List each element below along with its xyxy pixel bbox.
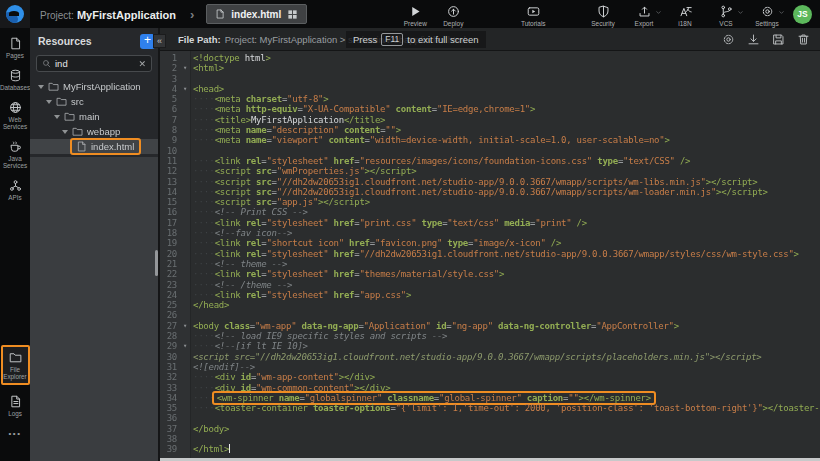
sidebar-item-web-services[interactable]: Web Services <box>1 101 30 130</box>
caret-down-icon[interactable] <box>54 115 60 119</box>
file-path-label: File Path: <box>178 34 221 45</box>
fold-marker-icon[interactable]: ▾ <box>180 84 190 94</box>
sidebar-item-logs[interactable]: Logs <box>1 395 30 417</box>
export-label: Export <box>635 20 654 27</box>
code-line[interactable]: 35····<toaster-container toaster-options… <box>160 403 820 413</box>
i18n-button[interactable]: i18N <box>669 2 701 27</box>
code-line[interactable]: 26 <box>160 310 820 320</box>
line-number: 34 <box>160 393 180 403</box>
export-button[interactable]: Export <box>628 2 660 27</box>
save-file-button[interactable] <box>772 33 785 46</box>
user-avatar[interactable]: JS <box>793 5 812 24</box>
code-line[interactable]: 13····<script src="//dh2dw20653ig1.cloud… <box>160 177 820 187</box>
play-icon <box>409 5 422 18</box>
sidebar-item-pages[interactable]: Pages <box>1 37 30 59</box>
tree-item-main[interactable]: main <box>30 109 158 124</box>
line-number: 25 <box>160 300 180 310</box>
chevron-down-icon[interactable] <box>737 9 744 16</box>
code-line[interactable]: 7····<title>MyFirstApplication</title> <box>160 115 820 125</box>
vcs-button[interactable]: VCS <box>710 2 742 27</box>
sidebar-item-java-services[interactable]: Java Services <box>1 140 30 169</box>
code-line[interactable]: 6····<meta http-equiv="X-UA-Compatible" … <box>160 104 820 114</box>
code-line[interactable]: 38 <box>160 434 820 444</box>
sidebar-item-apis[interactable]: APIs <box>1 179 30 201</box>
code-line[interactable]: 17····<link rel="stylesheet" href="print… <box>160 218 820 228</box>
code-line[interactable]: 37</body> <box>160 424 820 434</box>
code-line[interactable]: 22····<link rel="stylesheet" href="theme… <box>160 269 820 279</box>
code-line[interactable]: 16····<!-- Print CSS --> <box>160 207 820 217</box>
fold-marker-icon[interactable]: ▾ <box>180 63 190 73</box>
tree-item-webapp[interactable]: webapp <box>30 124 158 139</box>
code-line[interactable]: 20····<link rel="stylesheet" href="//dh2… <box>160 249 820 259</box>
tutorials-button[interactable]: Tutorials <box>517 2 549 27</box>
code-line[interactable]: 25</head> <box>160 300 820 310</box>
wavemaker-logo[interactable] <box>0 0 30 28</box>
code-line[interactable]: 23····<!-- /theme --> <box>160 280 820 290</box>
code-line[interactable]: 21····<!-- theme --> <box>160 259 820 269</box>
caret-down-icon[interactable] <box>46 100 52 104</box>
code-line-highlighted[interactable]: 34····<wm-spinner name="globalspinner" c… <box>160 393 820 403</box>
code-line[interactable]: 39</html> <box>160 444 820 454</box>
code-line[interactable]: 5····<meta charset="utf-8"> <box>160 94 820 104</box>
fold-marker-icon[interactable]: ▾ <box>180 341 190 351</box>
collapse-panel-button[interactable]: « <box>153 34 166 48</box>
code-line[interactable]: 3 <box>160 74 820 84</box>
gear-icon <box>761 5 774 18</box>
download-file-button[interactable] <box>747 33 760 46</box>
tab-index-html[interactable]: index.html <box>206 4 307 24</box>
chevron-down-icon[interactable] <box>778 9 785 16</box>
deploy-button[interactable]: Deploy <box>437 2 469 27</box>
sidebar-item-file-explorer[interactable]: File Explorer <box>1 345 30 385</box>
code-lines[interactable]: 1<!doctype html>2▾<html>34▾<head>5····<m… <box>160 51 820 458</box>
line-number: 39 <box>160 444 180 454</box>
code-line[interactable]: 4▾<head> <box>160 84 820 94</box>
fold-marker-icon[interactable]: ▾ <box>180 321 190 331</box>
left-sidebar: PagesDatabasesWeb ServicesJava ServicesA… <box>0 28 30 461</box>
delete-file-button[interactable] <box>797 33 810 46</box>
code-line[interactable]: 27▾<body class="wm-app" data-ng-app="App… <box>160 321 820 331</box>
editor-toolbar <box>712 33 810 46</box>
clear-search-icon[interactable]: ✕ <box>138 59 146 69</box>
editor-settings-button[interactable] <box>722 33 735 46</box>
code-line[interactable]: 19····<link rel="shortcut icon" href="fa… <box>160 238 820 248</box>
security-button[interactable]: Security <box>587 2 619 27</box>
code-line[interactable]: 8····<meta name="description" content=""… <box>160 125 820 135</box>
code-line[interactable]: 28····<!-- load IE9 specific styles and … <box>160 331 820 341</box>
code-line[interactable]: 32····<div id="wm-app-content"></div> <box>160 372 820 382</box>
code-line[interactable]: 15····<script src="app.js"></script> <box>160 197 820 207</box>
grid-icon[interactable] <box>287 9 298 20</box>
folder-icon <box>72 126 83 137</box>
settings-button[interactable]: Settings <box>751 2 783 27</box>
code-line[interactable]: 9····<meta name="viewport" content="widt… <box>160 135 820 145</box>
line-number: 9 <box>160 135 180 145</box>
sidebar-item-databases[interactable]: Databases <box>1 69 30 91</box>
code-line[interactable]: 24····<link rel="stylesheet" href="app.c… <box>160 290 820 300</box>
code-line[interactable]: 2▾<html> <box>160 63 820 73</box>
code-line[interactable]: 18····<!--fav icon--> <box>160 228 820 238</box>
code-line[interactable]: 36 <box>160 413 820 423</box>
resources-scrollbar[interactable] <box>155 250 158 276</box>
sidebar-more-button[interactable]: ••• <box>9 429 22 438</box>
code-text: <html> <box>190 63 224 73</box>
code-line[interactable]: 29▾····<!--[if lt IE 10]> <box>160 341 820 351</box>
caret-down-icon[interactable] <box>62 130 68 134</box>
folder-icon <box>64 111 75 122</box>
tab-file-name: index.html <box>231 9 281 20</box>
tree-item-index-html[interactable]: index.html <box>30 139 158 154</box>
chevron-down-icon[interactable] <box>655 9 662 16</box>
code-line[interactable]: 14····<script src="//dh2dw20653ig1.cloud… <box>160 187 820 197</box>
code-line[interactable]: 1<!doctype html> <box>160 53 820 63</box>
topbar-actions-right: SecurityExporti18NVCSSettings <box>587 2 783 27</box>
search-input[interactable] <box>55 58 134 69</box>
code-text: ····<wm-spinner name="globalspinner" cla… <box>190 393 656 403</box>
tree-item-src[interactable]: src <box>30 94 158 109</box>
code-line[interactable]: 10 <box>160 146 820 156</box>
top-bar: Project:MyFirstApplication › index.html … <box>0 0 820 28</box>
code-line[interactable]: 31<![endif]--> <box>160 362 820 372</box>
caret-down-icon[interactable] <box>38 85 44 89</box>
preview-button[interactable]: Preview <box>399 2 431 27</box>
tree-item-myfirstapplication[interactable]: MyFirstApplication <box>30 79 158 94</box>
code-line[interactable]: 30<script src="//dh2dw20653ig1.cloudfron… <box>160 352 820 362</box>
code-line[interactable]: 11····<link rel="stylesheet" href="resou… <box>160 156 820 166</box>
code-line[interactable]: 12····<script src="wmProperties.js"></sc… <box>160 166 820 176</box>
